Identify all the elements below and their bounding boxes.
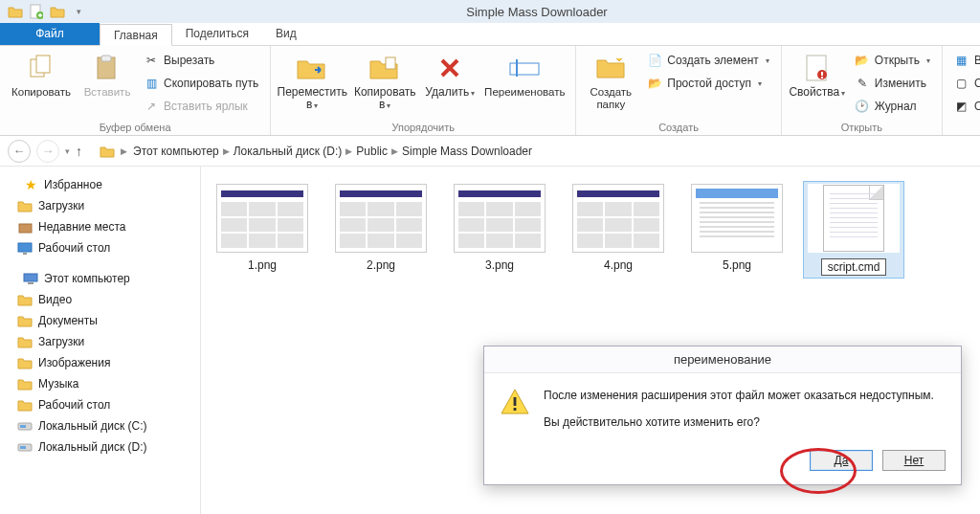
ribbon-tabs: Файл Главная Поделиться Вид [0,23,980,46]
yes-button[interactable]: Да [810,450,873,471]
svg-rect-6 [386,57,395,69]
folder-icon [17,397,33,413]
ribbon: Копировать Вставить ✂ Вырезать ▥ Скопиро… [0,46,980,136]
chevron-right-icon[interactable]: ▶ [345,146,352,156]
edit-button[interactable]: ✎ Изменить [851,73,934,94]
forward-button[interactable]: → [36,140,59,163]
qat-dropdown-icon[interactable]: ▾ [69,2,88,21]
breadcrumb-segment[interactable]: Simple Mass Downloader [402,145,532,158]
file-item[interactable]: script.cmd [804,182,903,278]
new-file-icon[interactable] [27,2,46,21]
sidebar-item[interactable]: Документы [4,310,196,331]
dialog-title: переименование [484,346,961,373]
folder-icon [6,2,25,21]
svg-rect-17 [28,282,33,284]
svg-rect-8 [516,59,518,77]
tab-share[interactable]: Поделиться [172,23,262,45]
paste-shortcut-button[interactable]: ↗ Вставить ярлык [140,96,262,117]
navigation-pane: ★ Избранное ЗагрузкиНедавние местаРабочи… [0,167,201,514]
paste-button[interactable]: Вставить [80,50,134,99]
star-icon: ★ [23,177,38,192]
sidebar-item-thispc[interactable]: Этот компьютер [4,268,196,289]
history-icon: 🕑 [855,99,870,114]
select-none-button[interactable]: ▢ Снять в [950,73,980,94]
sidebar-item[interactable]: Рабочий стол [4,237,196,258]
rename-button[interactable]: Переименовать [481,50,568,99]
edit-icon: ✎ [855,76,870,91]
copy-path-button[interactable]: ▥ Скопировать путь [140,73,262,94]
file-name: 3.png [485,258,514,272]
cut-button[interactable]: ✂ Вырезать [140,50,262,71]
group-clipboard: Копировать Вставить ✂ Вырезать ▥ Скопиро… [0,46,271,135]
breadcrumb-segment[interactable]: Public [356,145,388,158]
drive-icon [17,439,33,455]
drive-icon [17,418,33,434]
copy-icon [25,52,57,84]
sidebar-item-favorites[interactable]: ★ Избранное [4,174,196,195]
sidebar-item[interactable]: Загрузки [4,195,196,216]
scissors-icon: ✂ [144,53,159,68]
folder-icon [17,355,33,370]
svg-rect-7 [510,63,539,75]
file-thumbnail [691,184,783,253]
invert-icon: ◩ [954,99,969,114]
sidebar-item[interactable]: Видео [4,289,196,310]
sidebar-item[interactable]: Изображения [4,352,196,373]
sidebar-item[interactable]: Локальный диск (C:) [4,415,196,436]
computer-icon [23,271,38,286]
properties-icon [801,52,834,84]
svg-rect-22 [514,397,517,406]
group-new: Создать папку 📄 Создать элемент▾ 📂 Прост… [576,46,782,135]
chevron-right-icon[interactable]: ▶ [223,146,230,156]
sidebar-item[interactable]: Локальный диск (D:) [4,436,196,458]
group-label-clipboard: Буфер обмена [8,120,262,133]
copy-button[interactable]: Копировать [8,50,75,99]
properties-button[interactable]: Свойства▾ [790,50,845,100]
move-to-button[interactable]: Переместить в▾ [278,50,345,112]
group-label-open: Открыть [790,120,934,133]
shortcut-icon: ↗ [144,99,159,114]
tab-view[interactable]: Вид [262,23,310,45]
recent-dropdown-icon[interactable]: ▾ [65,146,70,156]
new-folder-button[interactable]: Создать папку [584,50,637,111]
select-all-button[interactable]: ▦ Выделить [950,50,980,71]
file-item[interactable]: 2.png [331,184,431,276]
new-item-button[interactable]: 📄 Создать элемент▾ [643,50,773,71]
sidebar-item[interactable]: Загрузки [4,331,196,352]
delete-button[interactable]: Удалить▾ [424,50,476,100]
copy-to-button[interactable]: Копировать в▾ [351,50,418,112]
breadcrumb: Этот компьютер▶Локальный диск (D:)▶Publi… [133,145,532,158]
file-thumbnail [454,184,546,253]
file-item[interactable]: 1.png [212,184,312,276]
folder-icon [48,2,67,21]
new-item-icon: 📄 [647,53,662,68]
no-button[interactable]: Нет [882,450,946,471]
sidebar-item[interactable]: Недавние места [4,216,196,237]
breadcrumb-segment[interactable]: Локальный диск (D:) [234,145,343,158]
file-item[interactable]: 5.png [687,184,787,276]
back-button[interactable]: ← [8,140,31,163]
svg-rect-15 [23,253,27,255]
tab-file[interactable]: Файл [0,23,100,45]
sidebar-item[interactable]: Музыка [4,373,196,394]
file-name: script.cmd [821,258,887,276]
sidebar-item[interactable]: Рабочий стол [4,394,196,415]
move-to-icon [296,52,328,84]
file-item[interactable]: 4.png [568,184,668,276]
easy-access-icon: 📂 [647,76,662,91]
chevron-right-icon[interactable]: ▶ [391,146,398,156]
history-button[interactable]: 🕑 Журнал [851,96,934,117]
invert-selection-button[interactable]: ◩ Обрати [950,96,980,117]
open-button[interactable]: 📂 Открыть▾ [851,50,934,71]
file-item[interactable]: 3.png [450,184,549,276]
file-name: 4.png [604,258,633,272]
select-all-icon: ▦ [954,53,969,68]
easy-access-button[interactable]: 📂 Простой доступ▾ [643,73,773,94]
open-icon: 📂 [855,53,870,68]
tab-home[interactable]: Главная [100,24,172,46]
group-open: Свойства▾ 📂 Открыть▾ ✎ Изменить 🕑 Журнал… [782,46,943,135]
up-button[interactable]: ↑ [76,144,82,159]
chevron-right-icon[interactable]: ▶ [121,146,127,156]
select-none-icon: ▢ [954,76,969,91]
breadcrumb-segment[interactable]: Этот компьютер [133,145,219,158]
